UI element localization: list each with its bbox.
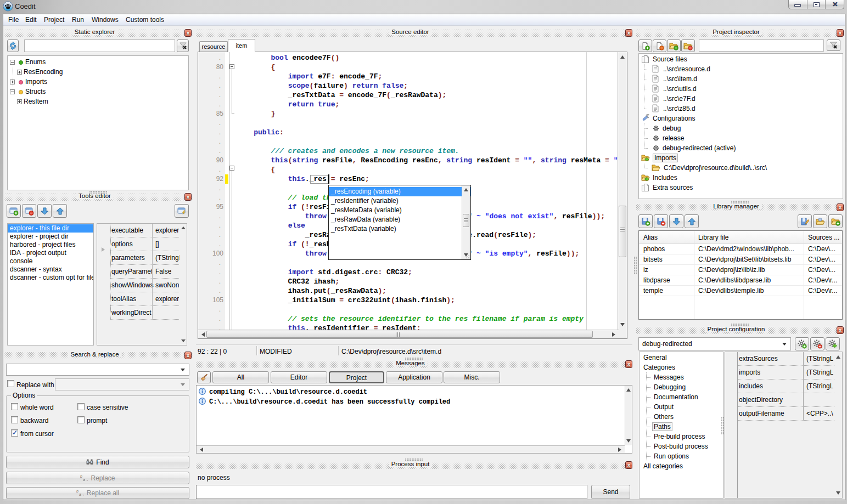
svg-text:a→: a→: [79, 492, 84, 496]
svg-text:b: b: [80, 474, 82, 478]
svg-text:a→: a→: [83, 478, 88, 482]
svg-text:b: b: [76, 489, 78, 493]
